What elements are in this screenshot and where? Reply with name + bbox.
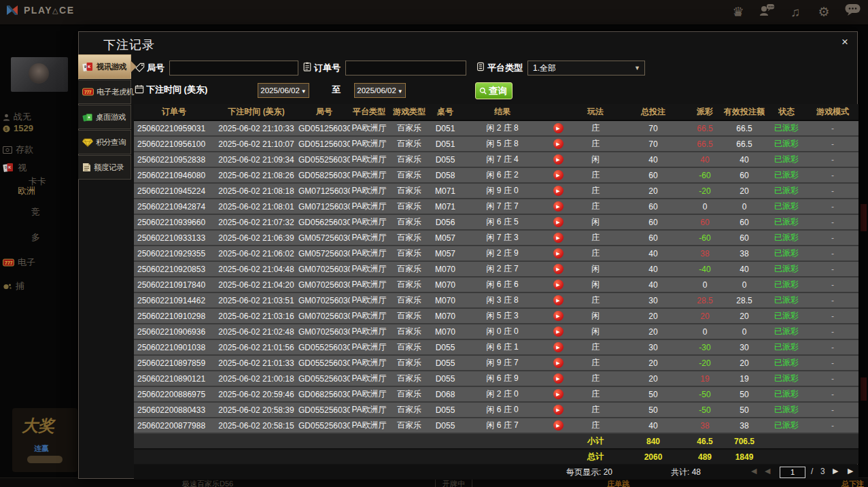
cell-order: 250602210959031 bbox=[134, 120, 214, 136]
replay-button[interactable]: ▶ bbox=[553, 326, 563, 337]
table-row: 2506022108978592025-06-02 21:01:33GD0552… bbox=[134, 355, 858, 371]
sidebar-item-points[interactable]: 积分查询 bbox=[78, 130, 131, 154]
round-label: 局号 bbox=[147, 62, 164, 74]
replay-button[interactable]: ▶ bbox=[553, 201, 563, 212]
music-icon[interactable]: ♫ bbox=[786, 2, 804, 22]
sidebar-item-slots[interactable]: 777电子老虎机 bbox=[78, 80, 131, 104]
cell-result: 闲 6 庄 0 bbox=[460, 402, 544, 418]
bg-item-战无: 战无 bbox=[3, 111, 31, 123]
query-button[interactable]: 查询 bbox=[475, 82, 513, 99]
cell-result: 闲 5 庄 8 bbox=[460, 136, 544, 152]
prev-page-icon[interactable]: ◀ bbox=[765, 467, 770, 475]
cell-bet-side: 庄 bbox=[572, 230, 619, 246]
cell-order: 250602210910298 bbox=[134, 308, 214, 324]
sidebar-item-quota-records[interactable]: 额度记录 bbox=[78, 155, 131, 180]
cell-round: GM0572560303P bbox=[298, 246, 350, 261]
cell-total-bet: 20 bbox=[619, 355, 687, 371]
cell-game-type: 百家乐 bbox=[388, 355, 430, 371]
bg-bottom-item: 庄单跳 bbox=[607, 479, 629, 487]
order-input[interactable] bbox=[345, 61, 466, 75]
replay-button[interactable]: ▶ bbox=[553, 311, 563, 321]
cell-round: GM0572560303Q bbox=[298, 230, 350, 246]
replay-button[interactable]: ▶ bbox=[553, 170, 563, 180]
cell-result: 闲 6 庄 2 bbox=[460, 167, 544, 183]
cell-status: 已派彩 bbox=[766, 277, 807, 292]
replay-button[interactable]: ▶ bbox=[553, 264, 563, 274]
replay-button[interactable]: ▶ bbox=[553, 233, 563, 243]
cell-time: 2025-06-02 21:07:32 bbox=[214, 214, 298, 230]
cell-status: 已派彩 bbox=[766, 324, 807, 339]
cell-time: 2025-06-02 20:58:15 bbox=[214, 418, 298, 433]
replay-button[interactable]: ▶ bbox=[553, 295, 563, 305]
cell-table-no: D055 bbox=[430, 418, 460, 433]
replay-button[interactable]: ▶ bbox=[553, 342, 563, 352]
cell-platform: PA欧洲厅 bbox=[350, 183, 388, 199]
cell-payout: 0 bbox=[687, 199, 723, 214]
replay-button[interactable]: ▶ bbox=[553, 358, 563, 368]
bg-tile-pill bbox=[27, 456, 63, 463]
vip-icon[interactable]: ♛VIP bbox=[729, 2, 747, 22]
table-row: 2506022008779882025-06-02 20:58:15GD0552… bbox=[134, 418, 858, 433]
cell-table-no: M070 bbox=[430, 277, 460, 292]
cell-valid-bet: 66.5 bbox=[723, 136, 766, 152]
platform-select[interactable]: 1.全部 ▼ bbox=[527, 61, 645, 75]
cell-replay: ▶ bbox=[544, 386, 572, 402]
cell-time: 2025-06-02 21:04:48 bbox=[214, 261, 298, 277]
cell-round: GD05525603028 bbox=[298, 371, 350, 386]
cell-valid-bet: 20 bbox=[723, 355, 766, 371]
cell-bet-side: 闲 bbox=[572, 214, 619, 230]
cell-round: GM0702560302P bbox=[298, 324, 350, 339]
replay-button[interactable]: ▶ bbox=[553, 373, 563, 384]
cell-payout: 0 bbox=[687, 277, 723, 292]
cell-round: GD0552560302S bbox=[298, 152, 350, 167]
replay-button[interactable]: ▶ bbox=[553, 405, 563, 415]
replay-button[interactable]: ▶ bbox=[553, 154, 563, 165]
sidebar-item-video-games[interactable]: 9K视讯游戏 bbox=[78, 54, 131, 79]
first-page-icon[interactable]: ◀ bbox=[751, 467, 757, 475]
bg-bottom-item: 总下注 bbox=[841, 479, 864, 487]
replay-button[interactable]: ▶ bbox=[553, 280, 563, 290]
replay-button[interactable]: ▶ bbox=[553, 420, 563, 431]
cell-game-mode: - bbox=[807, 152, 858, 167]
cell-order: 250602200886975 bbox=[134, 386, 214, 402]
last-page-icon[interactable]: ▶ bbox=[848, 467, 853, 475]
cell-platform: PA欧洲厅 bbox=[350, 230, 388, 246]
date-to-picker[interactable]: 2025/06/02▼ bbox=[354, 83, 406, 98]
cell-total-bet: 20 bbox=[619, 324, 687, 339]
cell-valid-bet: 20 bbox=[723, 183, 766, 199]
cell-result: 闲 6 庄 5 bbox=[460, 214, 544, 230]
replay-button[interactable]: ▶ bbox=[553, 186, 563, 196]
replay-button[interactable]: ▶ bbox=[553, 217, 563, 227]
cell-game-mode: - bbox=[807, 214, 858, 230]
slot-icon: 777 bbox=[3, 258, 14, 269]
clipboard-icon bbox=[302, 62, 312, 71]
chat-icon[interactable] bbox=[844, 2, 861, 22]
cell-order: 250602210946080 bbox=[134, 167, 214, 183]
cell-replay: ▶ bbox=[544, 292, 572, 308]
cell-round: GD0682560302E bbox=[298, 386, 350, 402]
replay-button[interactable]: ▶ bbox=[553, 389, 563, 399]
replay-button[interactable]: ▶ bbox=[553, 139, 563, 149]
cell-table-no: D055 bbox=[430, 402, 460, 418]
cell-replay: ▶ bbox=[544, 418, 572, 433]
round-input[interactable] bbox=[169, 61, 298, 75]
replay-button[interactable]: ▶ bbox=[553, 248, 563, 258]
close-icon[interactable]: × bbox=[839, 35, 851, 49]
support-icon[interactable] bbox=[758, 2, 776, 22]
cell-order: 250602210917840 bbox=[134, 277, 214, 292]
cell-game-mode: - bbox=[807, 355, 858, 371]
sidebar-item-table-games[interactable]: 桌面游戏 bbox=[78, 105, 131, 129]
cell-payout: -50 bbox=[687, 386, 723, 402]
page-input[interactable]: 1 bbox=[780, 467, 805, 478]
next-page-icon[interactable]: ▶ bbox=[833, 467, 838, 475]
cell-round: GD0582560301V bbox=[298, 167, 350, 183]
cell-valid-bet: 30 bbox=[723, 339, 766, 355]
svg-text:K: K bbox=[8, 165, 11, 169]
cell-valid-bet: 0 bbox=[723, 199, 766, 214]
date-from-picker[interactable]: 2025/06/02▼ bbox=[258, 83, 309, 98]
settings-icon[interactable]: ⚙ bbox=[815, 2, 833, 22]
replay-button[interactable]: ▶ bbox=[553, 123, 563, 133]
svg-text:777: 777 bbox=[84, 90, 92, 95]
cell-time: 2025-06-02 21:06:02 bbox=[214, 246, 298, 261]
cell-game-mode: - bbox=[807, 230, 858, 246]
